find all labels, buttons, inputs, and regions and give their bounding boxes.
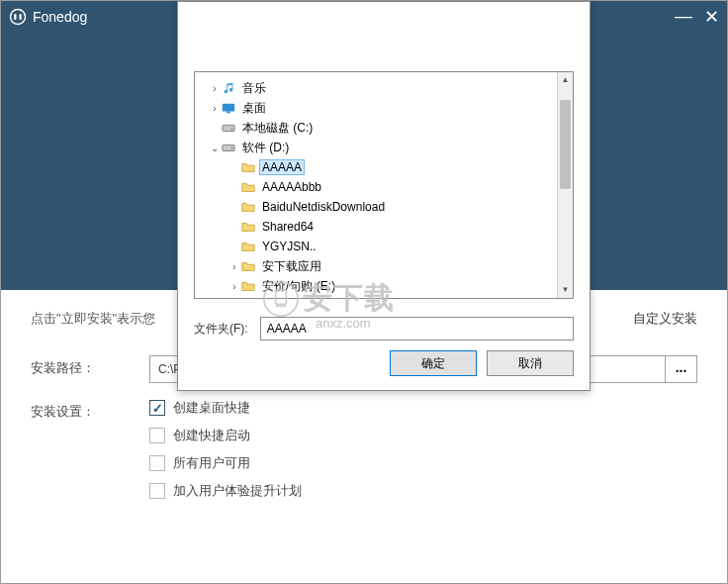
checkbox-quick-launch[interactable]: 创建快捷启动 bbox=[149, 427, 302, 444]
checkbox-icon bbox=[149, 400, 165, 416]
checkbox-label: 所有用户可用 bbox=[173, 454, 250, 472]
tree-item-label: 安下载应用 bbox=[260, 258, 323, 275]
brand: Fonedog bbox=[9, 8, 87, 26]
tree-item-label: AAAAAbbb bbox=[260, 180, 323, 194]
chevron-icon: › bbox=[228, 281, 240, 292]
hint-text: 点击"立即安装"表示您 bbox=[31, 310, 155, 328]
tree-item[interactable]: 本地磁盘 (C:) bbox=[199, 118, 569, 138]
folder-tree-pane: ›音乐›桌面本地磁盘 (C:)⌄软件 (D:)AAAAAAAAAAbbbBaid… bbox=[194, 71, 574, 299]
chevron-icon: ⌄ bbox=[209, 143, 221, 153]
tree-item[interactable]: YGYJSN.. bbox=[199, 237, 569, 256]
music-icon bbox=[221, 81, 236, 95]
tree-item[interactable]: Shared64 bbox=[199, 217, 569, 237]
tree-item-label: Shared64 bbox=[260, 220, 316, 234]
chevron-icon: › bbox=[209, 83, 221, 94]
tree-item-label: AAAAA bbox=[260, 160, 304, 174]
tree-item-label: BaiduNetdiskDownload bbox=[260, 200, 387, 214]
install-path-label: 安装路径： bbox=[31, 355, 149, 377]
scroll-down-icon[interactable]: ▼ bbox=[558, 282, 573, 298]
tree-item-label: 桌面 bbox=[240, 100, 268, 117]
checkbox-list: 创建桌面快捷 创建快捷启动 所有用户可用 加入用户体验提升计划 bbox=[149, 399, 302, 500]
checkbox-icon bbox=[149, 483, 165, 499]
folder-icon bbox=[240, 259, 256, 273]
checkbox-desktop-shortcut[interactable]: 创建桌面快捷 bbox=[149, 399, 302, 417]
cancel-button[interactable]: 取消 bbox=[487, 350, 574, 376]
svg-point-9 bbox=[231, 147, 233, 149]
svg-rect-2 bbox=[14, 14, 16, 20]
tree-item-label: 本地磁盘 (C:) bbox=[240, 120, 315, 137]
checkbox-icon bbox=[149, 455, 165, 471]
folder-icon bbox=[240, 220, 256, 234]
browse-folder-dialog: ›音乐›桌面本地磁盘 (C:)⌄软件 (D:)AAAAAAAAAAbbbBaid… bbox=[177, 1, 591, 391]
tree-item[interactable]: AAAAA bbox=[199, 157, 569, 177]
folder-name-row: 文件夹(F): bbox=[194, 317, 574, 341]
svg-rect-4 bbox=[223, 104, 234, 112]
checkbox-icon bbox=[149, 428, 165, 443]
tree-item[interactable]: AAAAAbbb bbox=[199, 177, 569, 197]
folder-icon bbox=[240, 279, 256, 293]
tree-item-label: YGYJSN.. bbox=[260, 240, 318, 253]
scroll-thumb[interactable] bbox=[560, 100, 571, 189]
tree-scrollbar[interactable]: ▲ ▼ bbox=[557, 72, 573, 298]
checkbox-user-experience[interactable]: 加入用户体验提升计划 bbox=[149, 482, 302, 500]
checkbox-label: 创建快捷启动 bbox=[173, 427, 250, 444]
desktop-icon bbox=[221, 101, 236, 115]
tree-item-label: 安价/句购 (E:) bbox=[260, 278, 337, 295]
svg-point-7 bbox=[231, 128, 233, 130]
tree-item[interactable]: ›桌面 bbox=[199, 98, 569, 118]
drive-icon bbox=[221, 121, 236, 135]
folder-icon bbox=[240, 200, 256, 214]
scroll-up-icon[interactable]: ▲ bbox=[558, 72, 573, 88]
drive-icon bbox=[221, 141, 236, 154]
tree-item[interactable]: ›安下载应用 bbox=[199, 256, 569, 276]
folder-name-label: 文件夹(F): bbox=[194, 321, 248, 338]
chevron-icon: › bbox=[209, 103, 221, 114]
checkbox-label: 加入用户体验提升计划 bbox=[173, 482, 302, 500]
browse-button[interactable]: ... bbox=[666, 355, 697, 383]
folder-icon bbox=[240, 160, 256, 174]
tree-item-label: 音乐 bbox=[240, 80, 268, 97]
brand-icon bbox=[9, 8, 27, 26]
install-options-row: 安装设置： 创建桌面快捷 创建快捷启动 所有用户可用 加入用户体验提升计划 bbox=[31, 399, 697, 500]
tree-item-label: 软件 (D:) bbox=[240, 140, 291, 156]
brand-text: Fonedog bbox=[33, 9, 87, 25]
folder-icon bbox=[240, 180, 256, 194]
tree-item[interactable]: ⌄软件 (D:) bbox=[199, 138, 569, 157]
install-options-label: 安装设置： bbox=[31, 399, 149, 421]
window-controls: — ✕ bbox=[675, 6, 719, 28]
close-button[interactable]: ✕ bbox=[704, 6, 719, 28]
folder-name-input[interactable] bbox=[260, 317, 574, 341]
chevron-icon: › bbox=[228, 261, 240, 272]
dialog-body: ›音乐›桌面本地磁盘 (C:)⌄软件 (D:)AAAAAAAAAAbbbBaid… bbox=[178, 2, 590, 390]
minimize-button[interactable]: — bbox=[675, 6, 692, 28]
dialog-buttons: 确定 取消 bbox=[194, 350, 574, 378]
svg-rect-6 bbox=[223, 125, 234, 131]
tree-item[interactable]: ›安价/句购 (E:) bbox=[199, 276, 569, 296]
svg-rect-5 bbox=[227, 112, 230, 114]
checkbox-all-users[interactable]: 所有用户可用 bbox=[149, 454, 302, 472]
folder-icon bbox=[240, 240, 256, 253]
tree-item[interactable]: BaiduNetdiskDownload bbox=[199, 197, 569, 217]
tree-item[interactable]: ›音乐 bbox=[199, 78, 569, 98]
app-window: Fonedog — ✕ 点击"立即安装"表示您 自定义安装 安装路径： ... … bbox=[0, 0, 728, 584]
svg-rect-8 bbox=[223, 145, 234, 150]
svg-rect-3 bbox=[20, 14, 22, 20]
folder-tree[interactable]: ›音乐›桌面本地磁盘 (C:)⌄软件 (D:)AAAAAAAAAAbbbBaid… bbox=[195, 72, 573, 299]
custom-install-link[interactable]: 自定义安装 bbox=[633, 310, 697, 328]
svg-point-1 bbox=[11, 10, 25, 24]
ok-button[interactable]: 确定 bbox=[390, 350, 477, 376]
checkbox-label: 创建桌面快捷 bbox=[173, 399, 250, 417]
